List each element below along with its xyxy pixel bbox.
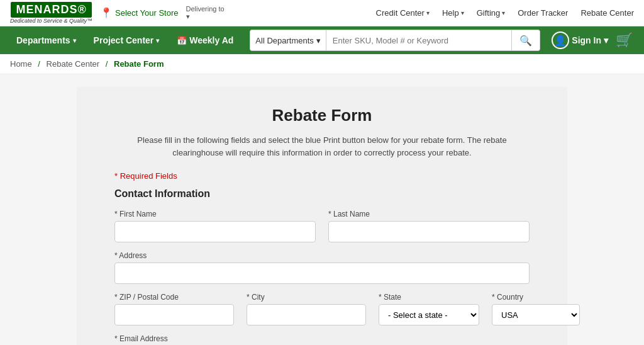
logo-area: MENARDS® Dedicated to Service & Quality™ <box>10 2 92 24</box>
nav-bar: Departments ▾ Project Center ▾ 📅 Weekly … <box>0 26 644 54</box>
rebate-center-link[interactable]: Rebate Center <box>580 8 634 18</box>
main-content: Rebate Form Please fill in the following… <box>77 87 567 345</box>
zip-input[interactable] <box>114 304 234 325</box>
delivering: Delivering to ▾ <box>186 5 225 21</box>
state-select[interactable]: - Select a state - <box>379 304 479 325</box>
help-link[interactable]: Help ▾ <box>442 8 464 18</box>
breadcrumb: Home / Rebate Center / Rebate Form <box>0 54 644 74</box>
address-row: * Address <box>114 251 530 284</box>
last-name-input[interactable] <box>328 221 530 242</box>
breadcrumb-home[interactable]: Home <box>10 59 32 69</box>
country-label: * Country <box>492 293 580 302</box>
breadcrumb-current: Rebate Form <box>114 59 164 69</box>
last-name-group: * Last Name <box>328 210 530 242</box>
zip-group: * ZIP / Postal Code <box>114 293 234 325</box>
section-title: Contact Information <box>114 188 530 200</box>
email-row: * Email Address <box>114 334 530 345</box>
weekly-ad-nav[interactable]: 📅 Weekly Ad <box>168 26 242 54</box>
required-note: * Required Fields <box>114 171 530 181</box>
search-dept-arrow: ▾ <box>316 36 321 45</box>
first-name-group: * First Name <box>114 210 316 242</box>
first-name-input[interactable] <box>114 221 316 242</box>
rebate-center-label: Rebate Center <box>580 8 634 18</box>
weekly-ad-label: Weekly Ad <box>189 35 233 45</box>
delivering-to-label: Delivering to <box>186 5 225 13</box>
address-group: * Address <box>114 251 530 284</box>
delivering-arrow[interactable]: ▾ <box>186 13 225 21</box>
help-arrow: ▾ <box>461 9 464 16</box>
top-bar: MENARDS® Dedicated to Service & Quality™… <box>0 0 644 26</box>
search-button[interactable]: 🔍 <box>512 30 540 51</box>
address-input[interactable] <box>114 263 530 284</box>
departments-label: Departments <box>16 35 70 45</box>
credit-center-link[interactable]: Credit Center ▾ <box>376 8 430 18</box>
logo-tagline: Dedicated to Service & Quality™ <box>10 18 92 24</box>
search-container: All Departments ▾ 🔍 <box>250 30 540 51</box>
search-department-select[interactable]: All Departments ▾ <box>250 30 325 51</box>
breadcrumb-sep-2: / <box>106 59 108 69</box>
zip-label: * ZIP / Postal Code <box>114 293 234 302</box>
city-group: * City <box>247 293 366 325</box>
last-name-label: * Last Name <box>328 210 530 218</box>
form-title: Rebate Form <box>114 106 530 125</box>
project-center-label: Project Center <box>94 35 154 45</box>
address-label: * Address <box>114 251 530 260</box>
help-label: Help <box>442 8 459 18</box>
gifting-label: Gifting <box>477 8 501 18</box>
top-bar-left: MENARDS® Dedicated to Service & Quality™… <box>10 2 225 24</box>
store-select-label: Select Your Store <box>115 8 178 18</box>
order-tracker-label: Order Tracker <box>518 8 568 18</box>
departments-arrow: ▾ <box>73 37 76 44</box>
user-icon: 👤 <box>552 31 569 49</box>
first-name-label: * First Name <box>114 210 316 218</box>
state-label: * State <box>379 293 479 302</box>
logo: MENARDS® <box>11 2 91 18</box>
order-tracker-link[interactable]: Order Tracker <box>518 8 568 18</box>
cart-icon[interactable]: 🛒 <box>612 32 636 48</box>
name-row: * First Name * Last Name <box>114 210 530 242</box>
departments-nav[interactable]: Departments ▾ <box>8 26 85 54</box>
credit-center-arrow: ▾ <box>426 9 430 16</box>
city-input[interactable] <box>247 304 366 325</box>
gifting-arrow: ▾ <box>502 9 505 16</box>
state-group: * State - Select a state - <box>379 293 479 325</box>
project-center-nav[interactable]: Project Center ▾ <box>85 26 169 54</box>
sign-in-area[interactable]: 👤 Sign In ▾ <box>548 31 612 49</box>
store-select[interactable]: 📍 Select Your Store <box>100 7 178 19</box>
sign-in-label: Sign In <box>572 35 601 45</box>
pin-icon: 📍 <box>100 7 113 19</box>
search-input[interactable] <box>326 30 513 51</box>
email-group: * Email Address <box>114 334 530 345</box>
form-description: Please fill in the following fields and … <box>114 134 530 159</box>
gifting-link[interactable]: Gifting ▾ <box>477 8 506 18</box>
location-row: * ZIP / Postal Code * City * State - Sel… <box>114 293 530 325</box>
country-group: * Country USA <box>492 293 580 325</box>
breadcrumb-rebate-center[interactable]: Rebate Center <box>47 59 100 69</box>
country-select[interactable]: USA <box>492 304 580 325</box>
project-center-arrow: ▾ <box>156 37 159 44</box>
calendar-icon: 📅 <box>177 36 187 45</box>
breadcrumb-sep-1: / <box>38 59 40 69</box>
email-label: * Email Address <box>114 334 530 343</box>
sign-in-arrow: ▾ <box>604 35 608 45</box>
credit-center-label: Credit Center <box>376 8 425 18</box>
city-label: * City <box>247 293 366 302</box>
search-dept-label: All Departments <box>255 36 313 45</box>
top-bar-right: Credit Center ▾ Help ▾ Gifting ▾ Order T… <box>376 8 634 18</box>
